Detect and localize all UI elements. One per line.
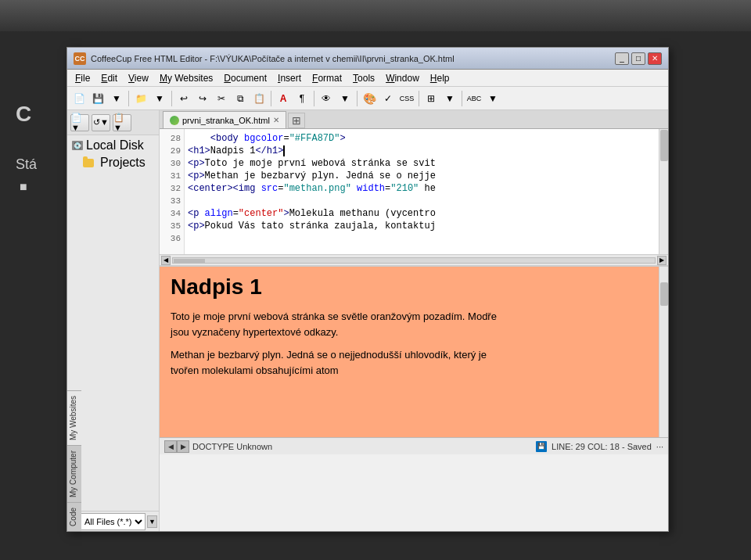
sidebar-tab-code[interactable]: Code xyxy=(67,502,81,531)
file-filter-select[interactable]: All Files (*.*) xyxy=(81,513,146,530)
line-num-35: 35 xyxy=(160,220,184,232)
title-bar: CC CoffeeCup Free HTML Editor - F:\VÝUKA… xyxy=(67,48,668,70)
menu-document[interactable]: Document xyxy=(219,71,271,85)
code-line-29: <h1>Nadpis 1</h1> xyxy=(188,145,656,157)
preview-paragraph1: Toto je moje první webová stránka se svě… xyxy=(171,309,507,339)
tab-close-icon[interactable]: ✕ xyxy=(273,116,279,124)
toolbar-save[interactable]: 💾 xyxy=(89,90,106,107)
code-scrollbar-thumb xyxy=(660,130,668,161)
status-position: LINE: 29 COL: 18 - Saved xyxy=(552,442,652,451)
file-tab-prvni[interactable]: prvni_stranka_OK.html ✕ xyxy=(163,111,286,128)
sidebar-scroll-down[interactable]: ▼ xyxy=(147,515,157,528)
line-num-28: 28 xyxy=(160,132,184,145)
menu-help[interactable]: Help xyxy=(426,71,455,85)
menu-tools[interactable]: Tools xyxy=(348,71,379,85)
line-num-34: 34 xyxy=(160,207,184,220)
toolbar-spell[interactable]: ABC xyxy=(465,90,483,107)
toolbar-paste[interactable]: 📋 xyxy=(250,90,268,107)
status-dots: ··· xyxy=(656,442,663,451)
bg-letter-c: C xyxy=(16,102,31,127)
tab-icon xyxy=(170,116,179,125)
toolbar-dropdown1[interactable]: ▼ xyxy=(108,90,125,107)
preview-paragraph2: Methan je bezbarvý plyn. Jedná se o nejj… xyxy=(171,347,507,378)
menu-insert[interactable]: Insert xyxy=(273,71,306,85)
toolbar-css[interactable]: CSS xyxy=(398,90,415,107)
status-nav-prev[interactable]: ◀ xyxy=(164,440,177,453)
sidebar-local-disk[interactable]: 💽 Local Disk xyxy=(69,137,157,154)
toolbar-copy[interactable]: ⧉ xyxy=(232,90,249,107)
toolbar-sep1 xyxy=(128,91,129,106)
line-num-36: 36 xyxy=(160,232,184,245)
menu-view[interactable]: View xyxy=(124,71,153,85)
toolbar-dropdown2[interactable]: ▼ xyxy=(151,90,168,107)
code-editor: 28 29 30 31 32 33 34 35 36 <body bgcolor… xyxy=(160,129,668,254)
toolbar-cut[interactable]: ✂ xyxy=(213,90,230,107)
toolbar-sep6 xyxy=(419,91,419,106)
preview-scrollbar[interactable] xyxy=(659,267,668,437)
toolbar-undo[interactable]: ↩ xyxy=(175,90,192,107)
menu-format[interactable]: Format xyxy=(307,71,347,85)
sidebar-tab-my-websites[interactable]: My Websites xyxy=(67,390,81,445)
toolbar-sep4 xyxy=(314,91,314,106)
toolbar-font[interactable]: A xyxy=(275,90,292,107)
code-vertical-scrollbar[interactable] xyxy=(659,129,668,254)
status-doctype: DOCTYPE Unknown xyxy=(192,442,272,451)
tab-add-button[interactable]: ⊞ xyxy=(288,113,305,128)
toolbar-sep5 xyxy=(357,91,358,106)
toolbar-sep7 xyxy=(462,91,462,106)
menu-edit[interactable]: Edit xyxy=(96,71,122,85)
toolbar-layout[interactable]: ⊞ xyxy=(422,90,440,107)
sidebar: 📄▼ ↺▼ 📋▼ 💽 Local Disk Projects ▲ xyxy=(67,110,160,531)
toolbar-dropdown4[interactable]: ▼ xyxy=(441,90,458,107)
sidebar-projects[interactable]: Projects xyxy=(69,154,157,171)
h-scroll-right[interactable]: ▶ xyxy=(657,256,667,265)
code-line-30: <p>Toto je moje první webová stránka se … xyxy=(188,157,656,170)
sidebar-tab-strip: My Websites My Computer Code xyxy=(67,110,81,531)
line-num-33: 33 xyxy=(160,195,184,207)
menu-bar: File Edit View My Websites Document Inse… xyxy=(67,70,668,87)
code-lines-area[interactable]: <body bgcolor="#FFA87D"> <h1>Nadpis 1</h… xyxy=(185,129,659,254)
toolbar-preview[interactable]: 👁 xyxy=(318,90,335,107)
status-bar: ◀ ▶ DOCTYPE Unknown 💾 LINE: 29 COL: 18 -… xyxy=(160,437,668,454)
toolbar-color-wheel[interactable]: 🎨 xyxy=(361,90,378,107)
maximize-button[interactable]: □ xyxy=(631,52,645,65)
projects-label: Projects xyxy=(100,156,146,170)
code-line-36 xyxy=(188,232,656,245)
toolbar-paragraph[interactable]: ¶ xyxy=(293,90,311,107)
line-num-31: 31 xyxy=(160,170,184,182)
line-num-32: 32 xyxy=(160,182,184,195)
line-num-29: 29 xyxy=(160,145,184,157)
menu-my-websites[interactable]: My Websites xyxy=(155,71,217,85)
status-nav: ◀ ▶ xyxy=(164,440,189,453)
h-scroll-left[interactable]: ◀ xyxy=(161,256,171,265)
code-line-35: <p>Pokud Vás tato stránka zaujala, konta… xyxy=(188,220,656,232)
status-right: 💾 LINE: 29 COL: 18 - Saved ··· xyxy=(536,441,663,452)
code-line-31: <p>Methan je bezbarvý plyn. Jedná se o n… xyxy=(188,170,656,182)
toolbar-dropdown5[interactable]: ▼ xyxy=(484,90,501,107)
code-content: 28 29 30 31 32 33 34 35 36 <body bgcolor… xyxy=(160,129,668,254)
folder-icon xyxy=(83,159,94,167)
menu-file[interactable]: File xyxy=(70,71,95,85)
menu-window[interactable]: Window xyxy=(381,71,424,85)
background-top xyxy=(0,0,751,31)
right-panel: prvni_stranka_OK.html ✕ ⊞ 28 29 30 31 32… xyxy=(160,110,668,531)
sidebar-refresh-btn[interactable]: ↺▼ xyxy=(92,114,110,131)
toolbar-open[interactable]: 📁 xyxy=(132,90,149,107)
app-icon: CC xyxy=(74,52,86,65)
line-numbers: 28 29 30 31 32 33 34 35 36 xyxy=(160,129,185,254)
toolbar-dropdown3[interactable]: ▼ xyxy=(336,90,354,107)
preview-scrollbar-thumb xyxy=(660,282,668,306)
toolbar-validate[interactable]: ✓ xyxy=(379,90,397,107)
minimize-button[interactable]: _ xyxy=(615,52,629,65)
sidebar-tab-my-computer[interactable]: My Computer xyxy=(67,445,81,502)
sidebar-action-btn[interactable]: 📋▼ xyxy=(113,114,131,131)
toolbar: 📄 💾 ▼ 📁 ▼ ↩ ↪ ✂ ⧉ 📋 A ¶ 👁 ▼ 🎨 ✓ CSS ⊞ ▼ … xyxy=(67,87,668,110)
h-scroll-track[interactable] xyxy=(172,257,656,264)
code-line-32: <center><img src="methan.png" width="210… xyxy=(188,182,656,195)
status-nav-next[interactable]: ▶ xyxy=(177,440,189,453)
toolbar-redo[interactable]: ↪ xyxy=(194,90,211,107)
close-button[interactable]: ✕ xyxy=(648,52,662,65)
code-line-34: <p align="center">Molekula methanu (vyce… xyxy=(188,207,656,220)
file-tabs: prvni_stranka_OK.html ✕ ⊞ xyxy=(160,110,668,129)
toolbar-new[interactable]: 📄 xyxy=(70,90,88,107)
